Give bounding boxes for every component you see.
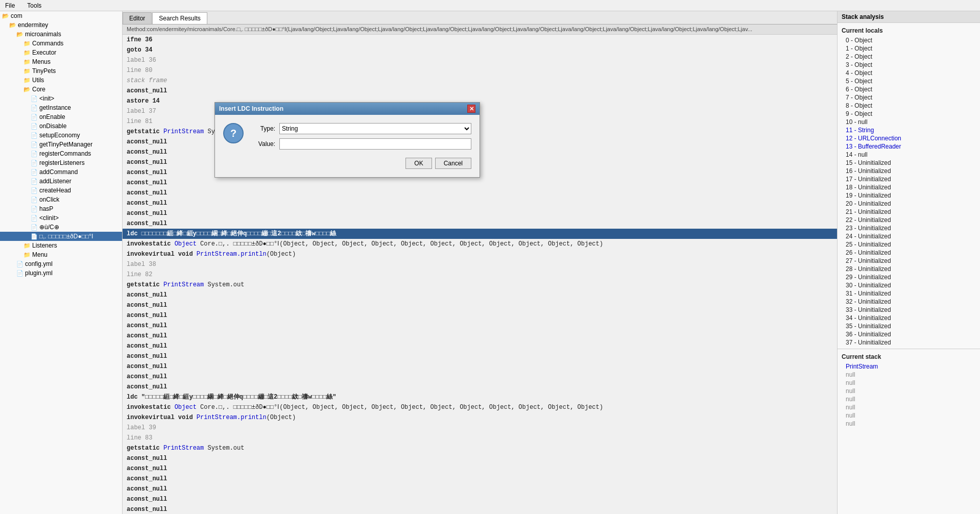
cancel-button[interactable]: Cancel <box>435 158 471 169</box>
value-input[interactable] <box>279 138 471 150</box>
dialog-question-icon: ? <box>223 123 244 143</box>
type-label: Type: <box>250 125 275 132</box>
dialog-overlay: Insert LDC Instruction ✕ ? Type: StringI… <box>0 0 980 514</box>
type-select[interactable]: StringIntegerFloatLongDoubleClass <box>279 123 471 134</box>
insert-ldc-dialog: Insert LDC Instruction ✕ ? Type: StringI… <box>214 102 480 178</box>
dialog-titlebar: Insert LDC Instruction ✕ <box>215 103 480 115</box>
dialog-content: ? Type: StringIntegerFloatLongDoubleClas… <box>223 123 471 150</box>
dialog-fields: Type: StringIntegerFloatLongDoubleClass … <box>250 123 471 150</box>
dialog-close-button[interactable]: ✕ <box>467 105 475 113</box>
ok-button[interactable]: OK <box>405 158 432 169</box>
value-row: Value: <box>250 138 471 150</box>
dialog-buttons: OK Cancel <box>223 158 471 169</box>
value-label: Value: <box>250 140 275 148</box>
dialog-title: Insert LDC Instruction <box>219 105 283 112</box>
type-row: Type: StringIntegerFloatLongDoubleClass <box>250 123 471 134</box>
dialog-body: ? Type: StringIntegerFloatLongDoubleClas… <box>215 115 480 177</box>
